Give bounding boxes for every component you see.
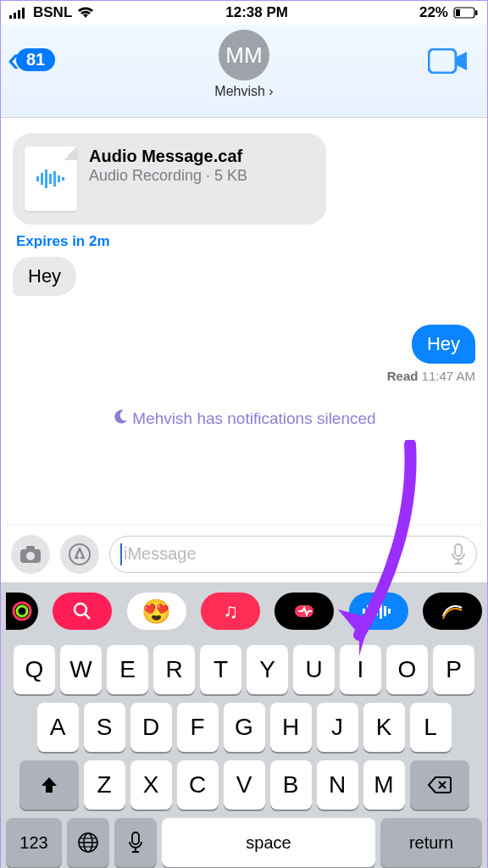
svg-rect-1: [14, 13, 16, 19]
globe-key[interactable]: [67, 818, 109, 867]
key-m[interactable]: M: [363, 760, 405, 810]
key-k[interactable]: K: [363, 703, 405, 752]
svg-line-23: [85, 614, 90, 619]
svg-rect-12: [53, 171, 56, 186]
notifications-silenced: Mehvish has notifications silenced: [13, 407, 475, 428]
battery-icon: [453, 7, 479, 19]
svg-rect-0: [9, 15, 12, 19]
svg-rect-37: [132, 832, 139, 844]
conversation-header: ‹ 81 MM Mehvish ›: [1, 25, 487, 118]
svg-rect-7: [429, 49, 456, 73]
svg-rect-28: [375, 607, 378, 615]
key-s[interactable]: S: [84, 703, 125, 752]
key-v[interactable]: V: [224, 760, 265, 810]
key-u[interactable]: U: [293, 645, 335, 694]
svg-rect-6: [475, 10, 478, 15]
wifi-icon: [77, 7, 94, 19]
key-y[interactable]: Y: [247, 645, 288, 694]
status-bar: BSNL 12:38 PM 22%: [1, 1, 487, 25]
shift-key[interactable]: [19, 760, 79, 810]
camera-icon: [19, 545, 42, 564]
key-e[interactable]: E: [107, 645, 148, 694]
file-icon: [25, 147, 77, 211]
facetime-button[interactable]: [428, 48, 469, 74]
audio-wave-icon[interactable]: [349, 593, 408, 630]
svg-point-18: [69, 544, 90, 565]
key-p[interactable]: P: [433, 645, 474, 694]
outgoing-bubble[interactable]: Hey: [412, 325, 475, 364]
fitness-icon[interactable]: [274, 593, 334, 630]
svg-rect-19: [455, 544, 462, 556]
key-r[interactable]: R: [153, 645, 195, 694]
delete-key[interactable]: [410, 760, 469, 810]
memoji-icon[interactable]: 😍: [127, 593, 186, 630]
expires-label: Expires in 2m: [16, 233, 475, 250]
key-q[interactable]: Q: [14, 645, 55, 694]
key-c[interactable]: C: [177, 760, 219, 810]
key-i[interactable]: I: [340, 645, 381, 694]
search-app-icon[interactable]: [53, 593, 112, 630]
key-h[interactable]: H: [270, 703, 312, 752]
key-d[interactable]: D: [130, 703, 172, 752]
music-icon[interactable]: ♫: [201, 593, 260, 630]
dictation-inline-button[interactable]: [451, 543, 466, 565]
svg-point-21: [17, 606, 27, 616]
key-g[interactable]: G: [224, 703, 265, 752]
file-subtitle: Audio Recording · 5 KB: [89, 166, 247, 186]
contact-name[interactable]: Mehvish ›: [214, 84, 273, 99]
placeholder: iMessage: [124, 544, 451, 564]
camera-button[interactable]: [11, 535, 50, 574]
globe-icon: [77, 832, 99, 854]
compose-bar: iMessage: [1, 525, 487, 582]
carrier-label: BSNL: [33, 4, 72, 21]
key-a[interactable]: A: [37, 703, 79, 752]
svg-rect-9: [41, 173, 43, 185]
avatar[interactable]: MM: [219, 30, 269, 81]
message-input[interactable]: iMessage: [109, 536, 477, 573]
delete-icon: [427, 772, 452, 798]
clock: 12:38 PM: [225, 4, 288, 21]
key-w[interactable]: W: [60, 645, 102, 694]
key-x[interactable]: X: [130, 760, 172, 810]
svg-point-22: [75, 604, 86, 615]
numeric-key[interactable]: 123: [6, 818, 62, 867]
svg-rect-5: [456, 9, 460, 16]
svg-rect-8: [36, 176, 39, 181]
app-strip[interactable]: 😍 ♫: [1, 586, 487, 637]
space-key[interactable]: space: [162, 818, 375, 867]
svg-rect-25: [363, 609, 365, 614]
key-b[interactable]: B: [270, 760, 312, 810]
svg-rect-3: [22, 8, 25, 19]
key-o[interactable]: O: [386, 645, 428, 694]
shift-icon: [39, 775, 59, 795]
dictation-key[interactable]: [114, 818, 157, 867]
activity-icon[interactable]: [6, 593, 38, 630]
unread-badge: 81: [16, 48, 55, 71]
incoming-bubble[interactable]: Hey: [13, 257, 76, 296]
svg-rect-10: [45, 170, 47, 188]
svg-rect-26: [367, 605, 369, 617]
conversation-scroll[interactable]: Audio Message.caf Audio Recording · 5 KB…: [1, 118, 487, 525]
svg-rect-30: [384, 606, 386, 616]
key-f[interactable]: F: [177, 703, 219, 752]
digital-touch-icon[interactable]: [423, 593, 482, 630]
key-t[interactable]: T: [200, 645, 241, 694]
app-store-button[interactable]: [60, 535, 99, 574]
key-j[interactable]: J: [317, 703, 358, 752]
key-n[interactable]: N: [317, 760, 358, 810]
audio-file-bubble[interactable]: Audio Message.caf Audio Recording · 5 KB: [13, 133, 326, 225]
read-receipt: Read 11:47 AM: [387, 369, 475, 383]
svg-rect-14: [62, 177, 64, 181]
svg-rect-2: [18, 10, 20, 19]
return-key[interactable]: return: [380, 818, 482, 867]
svg-rect-13: [58, 175, 60, 182]
svg-rect-31: [388, 609, 391, 614]
back-button[interactable]: ‹ 81: [8, 42, 55, 77]
battery-pct: 22%: [419, 4, 448, 21]
moon-icon: [112, 409, 129, 426]
svg-rect-29: [380, 604, 382, 619]
key-z[interactable]: Z: [84, 760, 125, 810]
key-l[interactable]: L: [410, 703, 452, 752]
mic-icon: [451, 543, 466, 565]
keyboard: 😍 ♫ QWERTYUIOP ASDFGHJKL ZXCVBNM 123 spa…: [1, 582, 487, 868]
